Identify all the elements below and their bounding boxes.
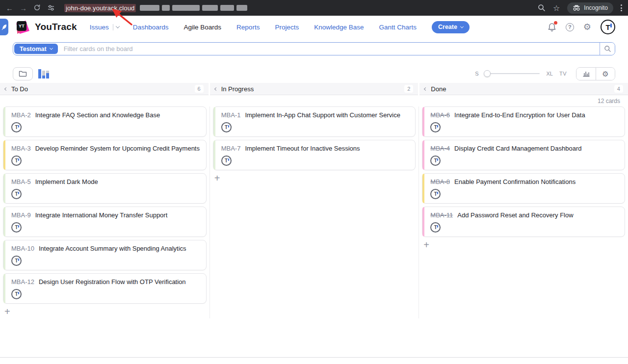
nav-item-knowledge-base[interactable]: Knowledge Base bbox=[314, 24, 364, 31]
bookmark-star-icon[interactable]: ☆ bbox=[553, 3, 560, 13]
nav-item-reports[interactable]: Reports bbox=[236, 24, 260, 31]
avatar-accent-mark bbox=[228, 125, 229, 128]
card-id[interactable]: MBA-2 bbox=[11, 111, 31, 119]
browser-reload-icon[interactable] bbox=[33, 4, 41, 12]
nav-item-agile-boards[interactable]: Agile Boards bbox=[184, 24, 222, 31]
burndown-chart-button[interactable] bbox=[576, 68, 596, 80]
card-top-row: MBA-9Integrate International Money Trans… bbox=[11, 211, 201, 219]
card-accent-strip bbox=[3, 274, 5, 303]
assignee-avatar[interactable]: T bbox=[430, 222, 441, 233]
add-card-button[interactable]: + bbox=[422, 240, 433, 250]
address-bar[interactable]: john-doe.youtrack.cloud bbox=[64, 4, 531, 12]
card-accent-strip bbox=[3, 140, 5, 170]
help-icon[interactable]: ? bbox=[566, 23, 574, 31]
backlog-folder-button[interactable] bbox=[13, 67, 33, 80]
notifications-bell-icon[interactable] bbox=[548, 23, 556, 32]
card-id[interactable]: MBA-3 bbox=[11, 145, 31, 152]
card-id[interactable]: MBA-9 bbox=[11, 211, 31, 219]
card-top-row: MBA-12Design User Registration Flow with… bbox=[11, 278, 201, 286]
filter-cards-input[interactable] bbox=[59, 45, 600, 52]
board-view-chart-icon[interactable] bbox=[38, 69, 49, 78]
tv-mode-button[interactable]: TV bbox=[559, 71, 567, 77]
settings-gear-icon[interactable]: ⚙ bbox=[583, 23, 591, 31]
assignee-avatar[interactable]: T bbox=[221, 156, 232, 166]
card-mba-11[interactable]: MBA-11Add Password Reset and Recovery Fl… bbox=[422, 207, 625, 237]
assignee-avatar[interactable]: T bbox=[11, 156, 22, 166]
card-mba-6[interactable]: MBA-6Integrate End-to-End Encryption for… bbox=[422, 106, 625, 137]
avatar-accent-mark bbox=[18, 158, 19, 161]
card-id[interactable]: MBA-1 bbox=[221, 111, 241, 119]
site-info-icon[interactable] bbox=[47, 4, 55, 12]
card-title: Display Credit Card Management Dashboard bbox=[454, 145, 581, 152]
card-id[interactable]: MBA-7 bbox=[221, 145, 241, 152]
card-mba-7[interactable]: MBA-7Implement Timeout for Inactive Sess… bbox=[213, 140, 416, 170]
column-header-done: Done4 bbox=[419, 83, 628, 95]
slider-knob[interactable] bbox=[484, 70, 491, 77]
assignee-avatar[interactable]: T bbox=[11, 122, 22, 132]
create-button-label: Create bbox=[438, 24, 457, 30]
assignee-avatar[interactable]: T bbox=[11, 189, 22, 199]
nav-item-issues[interactable]: Issues bbox=[90, 24, 109, 31]
assignee-avatar[interactable]: T bbox=[11, 256, 22, 266]
card-size-min-label: S bbox=[475, 71, 478, 77]
card-mba-10[interactable]: MBA-10Integrate Account Summary with Spe… bbox=[3, 240, 207, 270]
youtrack-logo-icon[interactable]: YT bbox=[15, 19, 30, 35]
url-text[interactable]: john-doe.youtrack.cloud bbox=[64, 4, 136, 12]
card-id[interactable]: MBA-12 bbox=[11, 278, 34, 286]
collapse-column-icon[interactable] bbox=[4, 87, 8, 90]
card-mba-4[interactable]: MBA-4Display Credit Card Management Dash… bbox=[422, 140, 625, 170]
avatar-accent-mark bbox=[610, 24, 612, 27]
card-id[interactable]: MBA-4 bbox=[430, 145, 450, 152]
zoom-page-icon[interactable] bbox=[538, 4, 546, 12]
column-title: In Progress bbox=[221, 85, 254, 93]
card-id[interactable]: MBA-10 bbox=[11, 245, 34, 252]
assignee-avatar[interactable]: T bbox=[11, 289, 22, 299]
avatar-accent-mark bbox=[18, 192, 19, 194]
assignee-avatar[interactable]: T bbox=[430, 122, 441, 132]
board-toolbar: S XL TV ⚙ bbox=[13, 67, 615, 80]
card-title: Integrate FAQ Section and Knowledge Base bbox=[35, 111, 160, 119]
browser-back-icon[interactable]: ← bbox=[6, 4, 13, 12]
browser-forward-icon[interactable]: → bbox=[20, 4, 27, 12]
nav-item-projects[interactable]: Projects bbox=[275, 24, 299, 31]
card-mba-1[interactable]: MBA-1Implement In-App Chat Support with … bbox=[213, 106, 416, 137]
notification-dot bbox=[554, 21, 557, 25]
chevron-down-icon bbox=[460, 25, 464, 28]
card-id[interactable]: MBA-11 bbox=[430, 211, 453, 219]
card-title: Enable Payment Confirmation Notification… bbox=[454, 178, 576, 185]
card-top-row: MBA-1Implement In-App Chat Support with … bbox=[221, 111, 411, 119]
card-id[interactable]: MBA-5 bbox=[11, 178, 31, 185]
card-mba-12[interactable]: MBA-12Design User Registration Flow with… bbox=[3, 273, 207, 304]
user-avatar[interactable]: T bbox=[601, 20, 615, 34]
card-mba-8[interactable]: MBA-8Enable Payment Confirmation Notific… bbox=[422, 173, 625, 204]
board-settings-button[interactable]: ⚙ bbox=[596, 68, 615, 80]
create-button[interactable]: Create bbox=[432, 21, 470, 33]
app-title[interactable]: YouTrack bbox=[35, 22, 77, 32]
nav-item-gantt-charts[interactable]: Gantt Charts bbox=[379, 24, 417, 31]
add-card-button[interactable]: + bbox=[213, 173, 224, 183]
assignee-avatar[interactable]: T bbox=[430, 156, 441, 166]
assignee-avatar[interactable]: T bbox=[11, 222, 22, 233]
card-mba-9[interactable]: MBA-9Integrate International Money Trans… bbox=[3, 207, 207, 237]
assignee-avatar[interactable]: T bbox=[221, 122, 232, 132]
card-id[interactable]: MBA-8 bbox=[430, 178, 450, 185]
card-mba-5[interactable]: MBA-5Implement Dark ModeT bbox=[3, 173, 207, 204]
card-mba-3[interactable]: MBA-3Develop Reminder System for Upcomin… bbox=[3, 140, 207, 170]
browser-menu-icon[interactable] bbox=[621, 4, 622, 11]
card-accent-strip bbox=[422, 207, 424, 236]
assignee-avatar[interactable]: T bbox=[430, 189, 441, 199]
collapse-column-icon[interactable] bbox=[214, 87, 218, 90]
collapse-column-icon[interactable] bbox=[424, 87, 427, 90]
avatar-letter: T bbox=[434, 191, 437, 197]
card-top-row: MBA-2Integrate FAQ Section and Knowledge… bbox=[11, 111, 201, 119]
chevron-down-icon[interactable] bbox=[116, 24, 120, 28]
board-selector-button[interactable]: Testomat bbox=[14, 44, 58, 54]
nav-item-dashboards[interactable]: Dashboards bbox=[133, 24, 169, 31]
card-id[interactable]: MBA-6 bbox=[430, 111, 450, 119]
search-button[interactable] bbox=[600, 43, 615, 55]
card-size-slider[interactable] bbox=[485, 73, 540, 74]
column-count-badge: 4 bbox=[614, 85, 623, 93]
add-card-button[interactable]: + bbox=[3, 307, 14, 316]
card-mba-2[interactable]: MBA-2Integrate FAQ Section and Knowledge… bbox=[3, 106, 207, 137]
sidebar-tab[interactable] bbox=[0, 19, 8, 35]
